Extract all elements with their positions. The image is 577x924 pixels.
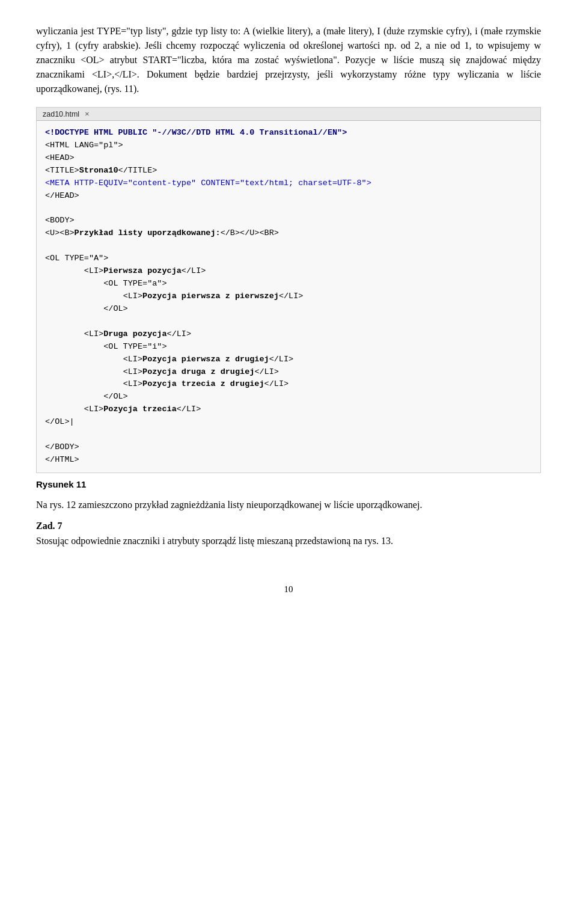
code-panel: zad10.html ✕ <!DOCTYPE HTML PUBLIC "-//W… [36,107,541,473]
zad-title: Zad. 7 [36,521,541,531]
close-icon[interactable]: ✕ [85,109,89,118]
file-tab-label[interactable]: zad10.html [43,110,79,118]
figure-caption: Rysunek 11 [36,479,541,489]
code-panel-titlebar: zad10.html ✕ [37,108,540,121]
code-content: <!DOCTYPE HTML PUBLIC "-//W3C//DTD HTML … [37,121,540,473]
zad-text: Stosując odpowiednie znaczniki i atrybut… [36,534,541,548]
page-number: 10 [36,584,541,595]
paragraph2: Na rys. 12 zamieszczono przykład zagnież… [36,498,541,512]
paragraph1: wyliczania jest TYPE="typ listy", gdzie … [36,24,541,96]
